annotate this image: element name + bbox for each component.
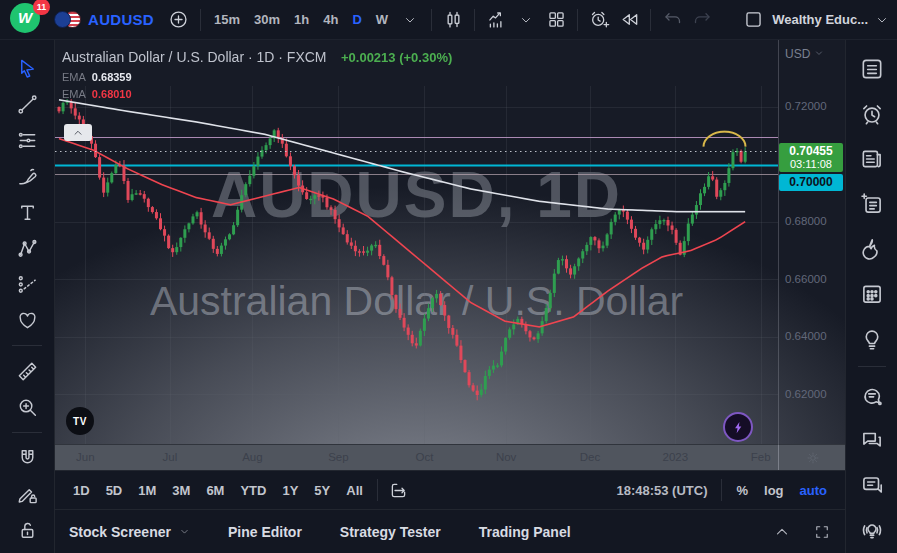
- date-range-group: 1D5D1M3M6MYTD1Y5YAll: [65, 476, 371, 504]
- clock-utc[interactable]: 18:48:53 (UTC): [608, 483, 715, 498]
- range-1y[interactable]: 1Y: [274, 476, 306, 504]
- ema-legend-row[interactable]: EMA0.68010: [62, 88, 452, 100]
- price-scale-currency[interactable]: USD: [785, 47, 824, 61]
- audusd-flag-icon: [54, 11, 82, 29]
- range-ytd[interactable]: YTD: [232, 476, 274, 504]
- time-axis[interactable]: JunJulAugSepOctNovDec2023Feb: [55, 444, 845, 470]
- indicators-menu-chevron[interactable]: [511, 3, 541, 37]
- legend-collapse-button[interactable]: [64, 124, 92, 141]
- ema-legend-row[interactable]: EMA0.68359: [62, 71, 452, 83]
- streams-icon[interactable]: [852, 507, 892, 552]
- watchlist-icon[interactable]: [852, 46, 892, 91]
- draw-lock-icon[interactable]: [8, 476, 46, 512]
- range-5d[interactable]: 5D: [98, 476, 131, 504]
- hotlists-flame-icon[interactable]: [852, 226, 892, 271]
- forecast-icon[interactable]: [8, 266, 46, 302]
- magnet-icon[interactable]: [8, 440, 46, 476]
- time-tick: Feb: [751, 451, 771, 463]
- alerts-clock-icon[interactable]: [852, 91, 892, 136]
- tab-strategy-tester[interactable]: Strategy Tester: [340, 524, 441, 540]
- tab-trading-panel[interactable]: Trading Panel: [479, 524, 571, 540]
- ruler-icon[interactable]: [8, 353, 46, 389]
- timeframe-1h[interactable]: 1h: [287, 5, 316, 35]
- timeframe-30m[interactable]: 30m: [247, 5, 287, 35]
- app-logo[interactable]: W 11: [10, 3, 44, 37]
- tradingview-app: W 11 AUDUSD 15m30m1h4hDW Wealthy Educ...: [0, 0, 897, 553]
- tab-stock-screener[interactable]: Stock Screener: [69, 524, 190, 540]
- range-1d[interactable]: 1D: [65, 476, 98, 504]
- cursor-icon[interactable]: [8, 50, 46, 86]
- symbol-button[interactable]: AUDUSD: [88, 3, 154, 37]
- tradingview-logo[interactable]: TV: [66, 407, 94, 435]
- range-1m[interactable]: 1M: [130, 476, 164, 504]
- save-layout-button[interactable]: [738, 3, 768, 37]
- timeframe-w[interactable]: W: [369, 5, 395, 35]
- account-menu[interactable]: Wealthy Educ...: [772, 12, 889, 27]
- drawing-toolbar: [0, 40, 55, 553]
- au-flag-icon: [54, 11, 71, 28]
- compare-add-symbol-button[interactable]: [164, 3, 194, 37]
- timeframe-15m[interactable]: 15m: [207, 5, 247, 35]
- toolbar-divider: [577, 9, 578, 31]
- hide-drawings-icon[interactable]: [8, 548, 46, 553]
- ideas-bulb-icon[interactable]: [852, 316, 892, 361]
- toolbar-divider: [377, 479, 378, 501]
- create-alert-button[interactable]: [584, 3, 614, 37]
- price-axis[interactable]: USD 0.70455 03:11:08 0.70000 0.720000.70…: [779, 40, 845, 444]
- panel-expand-button[interactable]: [773, 523, 791, 541]
- go-to-date-button[interactable]: [384, 473, 414, 507]
- price-chart-canvas[interactable]: [55, 40, 778, 444]
- text-icon[interactable]: [8, 194, 46, 230]
- private-chats-icon[interactable]: [852, 417, 892, 462]
- toolbar-divider: [200, 9, 201, 31]
- time-tick: 2023: [663, 451, 689, 463]
- boost-lightning-icon[interactable]: [723, 412, 753, 442]
- price-tick: 0.62000: [785, 388, 827, 400]
- range-5y[interactable]: 5Y: [306, 476, 338, 504]
- percent-scale-toggle[interactable]: %: [728, 483, 756, 498]
- toolbar-divider: [12, 345, 42, 346]
- timeframe-menu-chevron[interactable]: [395, 3, 425, 37]
- lock-all-icon[interactable]: [8, 512, 46, 548]
- emoji-heart-icon[interactable]: [8, 302, 46, 338]
- price-tick: 0.72000: [785, 100, 827, 112]
- trend-line-icon[interactable]: [8, 86, 46, 122]
- time-tick: Oct: [415, 451, 433, 463]
- news-icon[interactable]: [852, 136, 892, 181]
- account-chevron-icon: [875, 13, 889, 27]
- log-scale-toggle[interactable]: log: [756, 483, 792, 498]
- zoom-in-icon[interactable]: [8, 389, 46, 425]
- notes-plus-icon[interactable]: [852, 181, 892, 226]
- chat-cloud-icon[interactable]: [852, 372, 892, 417]
- screener-chevron-icon: [179, 524, 190, 540]
- bottom-toolbar: 1D5D1M3M6MYTD1Y5YAll 18:48:53 (UTC) % lo…: [55, 470, 845, 509]
- timeframe-d[interactable]: D: [345, 5, 368, 35]
- range-3m[interactable]: 3M: [164, 476, 198, 504]
- time-tick: Jun: [76, 451, 95, 463]
- tab-pine-editor[interactable]: Pine Editor: [228, 524, 302, 540]
- timeframe-4h[interactable]: 4h: [316, 5, 345, 35]
- quote-message-icon[interactable]: [852, 462, 892, 507]
- bar-replay-button[interactable]: [614, 3, 644, 37]
- fib-retracement-icon[interactable]: [8, 122, 46, 158]
- price-scale-settings-sun-icon[interactable]: [801, 448, 825, 468]
- brush-icon[interactable]: [8, 158, 46, 194]
- price-tick: 0.66000: [785, 273, 827, 285]
- toolbar-divider: [12, 432, 42, 433]
- indicators-button[interactable]: [481, 3, 511, 37]
- legend-title[interactable]: Australian Dollar / U.S. Dollar · 1D · F…: [62, 49, 327, 65]
- calendar-icon[interactable]: [852, 271, 892, 316]
- xabcd-pattern-icon[interactable]: [8, 230, 46, 266]
- timeframe-group: 15m30m1h4hDW: [207, 5, 395, 35]
- redo-button[interactable]: [687, 3, 717, 37]
- time-tick: Sep: [328, 451, 348, 463]
- range-6m[interactable]: 6M: [198, 476, 232, 504]
- range-all[interactable]: All: [338, 476, 371, 504]
- time-tick: Aug: [242, 451, 262, 463]
- undo-button[interactable]: [657, 3, 687, 37]
- chart-style-candles-button[interactable]: [438, 3, 468, 37]
- auto-scale-toggle[interactable]: auto: [792, 483, 835, 498]
- multichart-layout-button[interactable]: [541, 3, 571, 37]
- panel-fullscreen-button[interactable]: [813, 523, 831, 541]
- time-tick: Dec: [580, 451, 600, 463]
